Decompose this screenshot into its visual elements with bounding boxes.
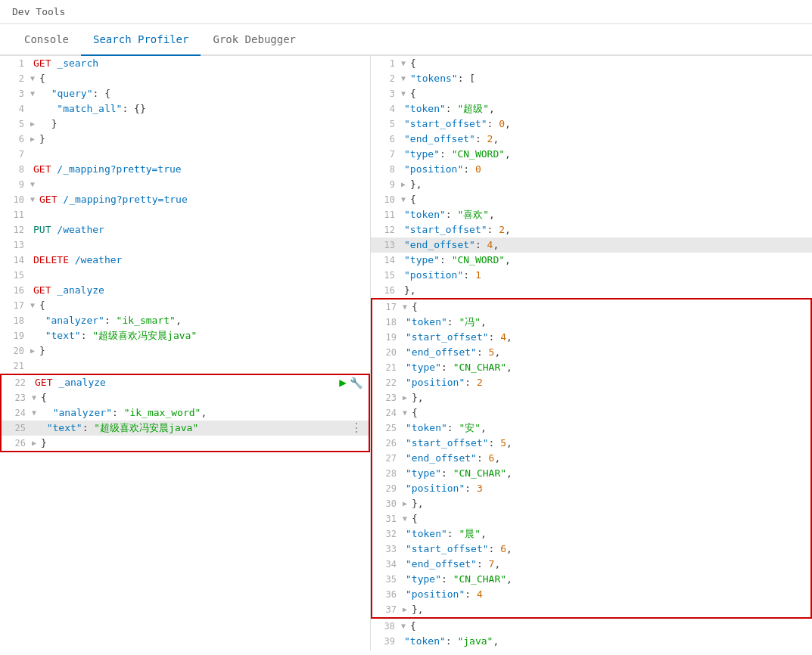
line-num-3: 3 bbox=[0, 86, 30, 101]
code-line-7: 7 bbox=[0, 147, 370, 162]
right-panel[interactable]: 1 ▼ { 2 ▼ "tokens": [ 3 ▼ { 4 "token": "… bbox=[371, 56, 812, 650]
json-num-16: 16 bbox=[371, 283, 401, 298]
json-num-19: 19 bbox=[372, 330, 403, 345]
json-line-24: 24 ▼ { bbox=[372, 405, 810, 421]
json-num-13: 13 bbox=[371, 237, 401, 253]
fold-btn-5[interactable]: ▶ bbox=[30, 116, 35, 132]
fold-json-1[interactable]: ▼ bbox=[401, 56, 406, 71]
code-line-17: 17 ▼ { bbox=[0, 298, 370, 313]
line-content-24: "analyzer": "ik_max_word", bbox=[38, 405, 369, 421]
line-content-16: GET _analyze bbox=[30, 283, 370, 298]
run-button[interactable]: ▶ bbox=[339, 375, 347, 390]
json-content-26: "start_offset": 5, bbox=[403, 436, 512, 451]
json-content-35: "type": "CN_CHAR", bbox=[403, 572, 512, 587]
tab-console[interactable]: Console bbox=[12, 24, 81, 56]
fold-btn-24[interactable]: ▼ bbox=[32, 405, 36, 421]
code-line-1: 1 GET _search bbox=[0, 56, 370, 71]
fold-btn-26[interactable]: ▶ bbox=[32, 436, 36, 451]
json-num-31: 31 bbox=[372, 511, 403, 526]
json-content-37: }, bbox=[409, 602, 424, 617]
fold-json-3[interactable]: ▼ bbox=[401, 86, 406, 101]
fold-json-23[interactable]: ▶ bbox=[403, 390, 407, 405]
fold-json-2[interactable]: ▼ bbox=[401, 71, 406, 86]
line-num-20: 20 bbox=[0, 343, 30, 359]
line-content-5: } bbox=[36, 116, 370, 132]
code-line-3: 3 ▼ "query": { bbox=[0, 86, 370, 101]
json-content-23: }, bbox=[409, 390, 424, 405]
json-line-18: 18 "token": "冯", bbox=[372, 315, 810, 330]
json-line-12: 12 "start_offset": 2, bbox=[371, 222, 812, 237]
fold-btn-6[interactable]: ▶ bbox=[30, 132, 35, 147]
json-line-10: 10 ▼ { bbox=[371, 192, 812, 207]
fold-btn-2[interactable]: ▼ bbox=[30, 71, 35, 86]
json-num-27: 27 bbox=[372, 451, 403, 466]
line-content-2: { bbox=[36, 71, 370, 86]
json-line-38: 38 ▼ { bbox=[371, 619, 812, 634]
json-num-18: 18 bbox=[372, 315, 403, 330]
line-content-25: "text": "超级喜欢冯安晨java" bbox=[32, 421, 350, 436]
code-line-8: 8 GET /_mapping?pretty=true bbox=[0, 162, 370, 177]
line-content-1: GET _search bbox=[30, 56, 370, 71]
json-line-25: 25 "token": "安", bbox=[372, 421, 810, 436]
fold-json-24[interactable]: ▼ bbox=[403, 405, 407, 421]
fold-json-38[interactable]: ▼ bbox=[401, 619, 406, 634]
fold-btn-3[interactable]: ▼ bbox=[30, 86, 35, 101]
fold-json-9[interactable]: ▶ bbox=[401, 177, 406, 192]
json-content-13: "end_offset": 4, bbox=[401, 237, 499, 253]
json-line-27: 27 "end_offset": 6, bbox=[372, 451, 810, 466]
json-num-15: 15 bbox=[371, 268, 401, 283]
json-line-21: 21 "type": "CN_CHAR", bbox=[372, 360, 810, 375]
json-content-3: { bbox=[407, 86, 416, 101]
json-num-30: 30 bbox=[372, 496, 403, 511]
line-num-6: 6 bbox=[0, 132, 30, 147]
json-content-31: { bbox=[409, 511, 418, 526]
left-panel[interactable]: 1 GET _search 2 ▼ { 3 ▼ "query": { 4 "ma… bbox=[0, 56, 371, 650]
line-content-17: { bbox=[36, 298, 370, 313]
code-line-14: 14 DELETE /weather bbox=[0, 253, 370, 268]
json-line-31: 31 ▼ { bbox=[372, 511, 810, 526]
json-num-29: 29 bbox=[372, 481, 403, 496]
fold-json-10[interactable]: ▼ bbox=[401, 192, 406, 207]
json-content-15: "position": 1 bbox=[401, 268, 481, 283]
fold-btn-20[interactable]: ▶ bbox=[30, 343, 35, 359]
tab-search-profiler[interactable]: Search Profiler bbox=[81, 24, 201, 56]
json-content-24: { bbox=[409, 405, 418, 421]
json-content-7: "type": "CN_WORD", bbox=[401, 147, 511, 162]
json-line-34: 34 "end_offset": 7, bbox=[372, 557, 810, 572]
code-line-5: 5 ▶ } bbox=[0, 116, 370, 132]
tab-grok-debugger[interactable]: Grok Debugger bbox=[201, 24, 308, 56]
json-num-33: 33 bbox=[372, 542, 403, 557]
fold-json-31[interactable]: ▼ bbox=[403, 511, 407, 526]
fold-btn-17[interactable]: ▼ bbox=[30, 298, 35, 313]
code-line-15: 15 bbox=[0, 268, 370, 283]
json-line-5: 5 "start_offset": 0, bbox=[371, 116, 812, 132]
line-num-5: 5 bbox=[0, 116, 30, 132]
json-line-11: 11 "token": "喜欢", bbox=[371, 207, 812, 222]
json-content-40: "start_offset": 7, bbox=[401, 649, 511, 650]
json-content-32: "token": "晨", bbox=[403, 526, 487, 542]
line-content-20: } bbox=[36, 343, 370, 359]
fold-json-30[interactable]: ▶ bbox=[403, 496, 407, 511]
code-line-16: 16 GET _analyze bbox=[0, 283, 370, 298]
json-num-24: 24 bbox=[372, 405, 403, 421]
settings-icon[interactable]: 🔧 bbox=[350, 375, 362, 390]
json-line-30: 30 ▶ }, bbox=[372, 496, 810, 511]
line-content-14: DELETE /weather bbox=[30, 253, 370, 268]
fold-btn-10[interactable]: ▼ bbox=[30, 192, 35, 207]
fold-btn-9[interactable]: ▼ bbox=[30, 177, 35, 192]
json-line-15: 15 "position": 1 bbox=[371, 268, 812, 283]
json-num-5: 5 bbox=[371, 116, 401, 132]
line-num-2: 2 bbox=[0, 71, 30, 86]
fold-json-17[interactable]: ▼ bbox=[403, 300, 407, 315]
code-line-25: 25 "text": "超级喜欢冯安晨java" ⋮ bbox=[2, 421, 369, 436]
fold-json-37[interactable]: ▶ bbox=[403, 602, 407, 617]
json-output: 1 ▼ { 2 ▼ "tokens": [ 3 ▼ { 4 "token": "… bbox=[371, 56, 812, 650]
json-num-25: 25 bbox=[372, 421, 403, 436]
json-num-1: 1 bbox=[371, 56, 401, 71]
title-bar: Dev Tools Console Search Profiler Grok D… bbox=[0, 0, 812, 56]
code-editor[interactable]: 1 GET _search 2 ▼ { 3 ▼ "query": { 4 "ma… bbox=[0, 56, 370, 452]
code-line-22: 22 GET _analyze ▶ 🔧 bbox=[2, 375, 369, 390]
fold-btn-23[interactable]: ▼ bbox=[32, 390, 36, 405]
more-options-icon[interactable]: ⋮ bbox=[350, 421, 362, 436]
json-num-35: 35 bbox=[372, 572, 403, 587]
